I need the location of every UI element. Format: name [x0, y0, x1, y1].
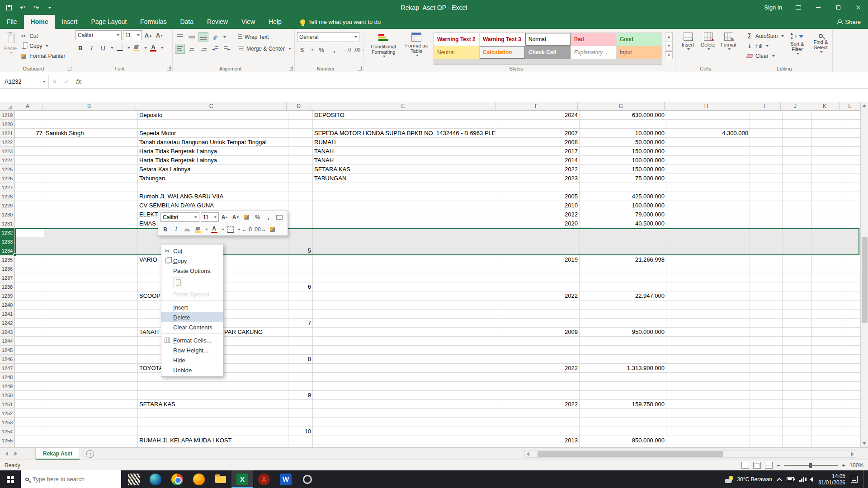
menu-item-unhide[interactable]: Unhide [161, 365, 223, 375]
cell-H1241[interactable] [666, 310, 750, 319]
cell-K1223[interactable] [812, 147, 841, 156]
cell-B1234[interactable] [44, 246, 138, 255]
mini-format-painter-button[interactable] [242, 212, 251, 222]
cell-A1222[interactable] [15, 138, 44, 147]
cell-J1247[interactable] [783, 364, 812, 373]
cell-F1255[interactable]: 2013 [497, 436, 580, 445]
cell-K1221[interactable] [812, 129, 841, 138]
cell-C1220[interactable] [138, 120, 288, 129]
cell-J1230[interactable] [783, 210, 812, 219]
cell-I1243[interactable] [750, 328, 783, 337]
cell-B1247[interactable] [44, 364, 138, 373]
formula-input[interactable] [84, 75, 868, 88]
cell-C1228[interactable]: Rumah JL WALANG BARU VIIA [138, 192, 288, 201]
row-header-1219[interactable]: 1219 [0, 111, 15, 120]
mini-grow-font-button[interactable]: A▲ [220, 212, 230, 222]
cell-E1231[interactable] [313, 219, 497, 228]
cell-E1228[interactable] [313, 192, 497, 201]
cell-E1223[interactable]: TANAH [313, 147, 497, 156]
cell-E1253[interactable] [313, 418, 497, 427]
cell-H1250[interactable] [666, 391, 750, 400]
cell-L1236[interactable] [841, 264, 860, 273]
cell-F1247[interactable]: 2022 [497, 364, 580, 373]
cell-E1247[interactable] [313, 364, 497, 373]
cell-I1220[interactable] [750, 120, 783, 129]
cell-E1227[interactable] [313, 183, 497, 192]
cell-L1245[interactable] [841, 346, 860, 355]
tell-me-box[interactable]: Tell me what you want to do [300, 15, 381, 29]
cell-D1225[interactable] [288, 165, 313, 174]
cell-J1232[interactable] [783, 228, 812, 237]
cell-D1241[interactable] [288, 310, 313, 319]
cell-J1245[interactable] [783, 346, 812, 355]
cell-F1254[interactable] [497, 427, 580, 436]
share-button[interactable]: Share [830, 15, 868, 29]
cell-J1250[interactable] [783, 391, 812, 400]
column-header-G[interactable]: G [578, 102, 665, 111]
cell-E1229[interactable] [313, 201, 497, 210]
cell-L1226[interactable] [841, 174, 860, 183]
cell-D1235[interactable] [288, 255, 313, 264]
font-size-combo[interactable]: 11 [123, 30, 142, 40]
accounting-format-button[interactable]: $ [297, 45, 307, 55]
cell-F1223[interactable]: 2017 [497, 147, 580, 156]
cell-G1253[interactable] [580, 418, 666, 427]
cell-E1240[interactable] [313, 300, 497, 310]
cell-F1246[interactable] [497, 355, 580, 364]
volume-icon[interactable] [810, 477, 813, 482]
autosum-button[interactable]: ΣAutoSum [745, 31, 785, 41]
cell-E1255[interactable] [313, 436, 497, 445]
cell-L1224[interactable] [841, 156, 860, 165]
cell-H1221[interactable]: 4.300.000 [666, 129, 750, 138]
cell-I1245[interactable] [750, 346, 783, 355]
taskbar-clock[interactable]: 14:05 31/01/2026 [818, 473, 845, 486]
cell-A1235[interactable] [15, 255, 44, 264]
cell-I1247[interactable] [750, 364, 783, 373]
cell-E1220[interactable] [313, 120, 497, 129]
cell-E1241[interactable] [313, 310, 497, 319]
cell-style-explanatory[interactable]: Explanatory ... [571, 46, 616, 59]
cell-B1223[interactable] [44, 147, 138, 156]
zoom-in-button[interactable]: + [842, 462, 845, 469]
undo-button[interactable]: ↶ [19, 4, 26, 11]
cell-A1234[interactable] [15, 246, 44, 255]
network-icon[interactable] [799, 477, 804, 482]
cell-K1235[interactable] [812, 255, 841, 264]
cell-L1240[interactable] [841, 300, 860, 310]
close-button[interactable] [848, 0, 868, 15]
explorer-taskbar-button[interactable] [210, 470, 231, 488]
cell-E1232[interactable] [313, 228, 497, 237]
cell-L1221[interactable] [841, 129, 860, 138]
cell-H1224[interactable] [666, 156, 750, 165]
cell-style-neutral[interactable]: Neutral [434, 46, 479, 59]
cell-L1220[interactable] [841, 120, 860, 129]
cell-I1254[interactable] [750, 427, 783, 436]
mini-comma-button[interactable]: , [264, 212, 273, 222]
row-header-1223[interactable]: 1223 [0, 147, 15, 156]
cell-G1247[interactable]: 1.313.900.000 [580, 364, 666, 373]
scroll-right-button[interactable] [849, 452, 856, 456]
cell-B1233[interactable] [44, 237, 138, 246]
mini-fill-color-button[interactable] [193, 225, 203, 234]
cell-A1225[interactable] [15, 165, 44, 174]
row-header-1245[interactable]: 1245 [0, 346, 15, 355]
cell-D1253[interactable] [288, 418, 313, 427]
cell-H1249[interactable] [666, 382, 750, 391]
row-header-1235[interactable]: 1235 [0, 255, 15, 264]
cell-B1242[interactable] [44, 319, 138, 328]
column-header-L[interactable]: L [840, 102, 860, 111]
cell-E1233[interactable] [313, 237, 497, 246]
cell-D1223[interactable] [288, 147, 313, 156]
cell-L1252[interactable] [841, 409, 860, 418]
ribbon-tab-view[interactable]: View [235, 15, 262, 29]
cell-J1219[interactable] [783, 111, 812, 120]
cell-F1230[interactable]: 2022 [497, 210, 580, 219]
cell-B1228[interactable] [44, 192, 138, 201]
cell-J1220[interactable] [783, 120, 812, 129]
row-header-1254[interactable]: 1254 [0, 427, 15, 436]
column-header-H[interactable]: H [665, 102, 748, 111]
cell-D1226[interactable] [288, 174, 313, 183]
cell-D1254[interactable]: 10 [288, 427, 313, 436]
cell-A1219[interactable] [15, 111, 44, 120]
cell-B1248[interactable] [44, 373, 138, 382]
